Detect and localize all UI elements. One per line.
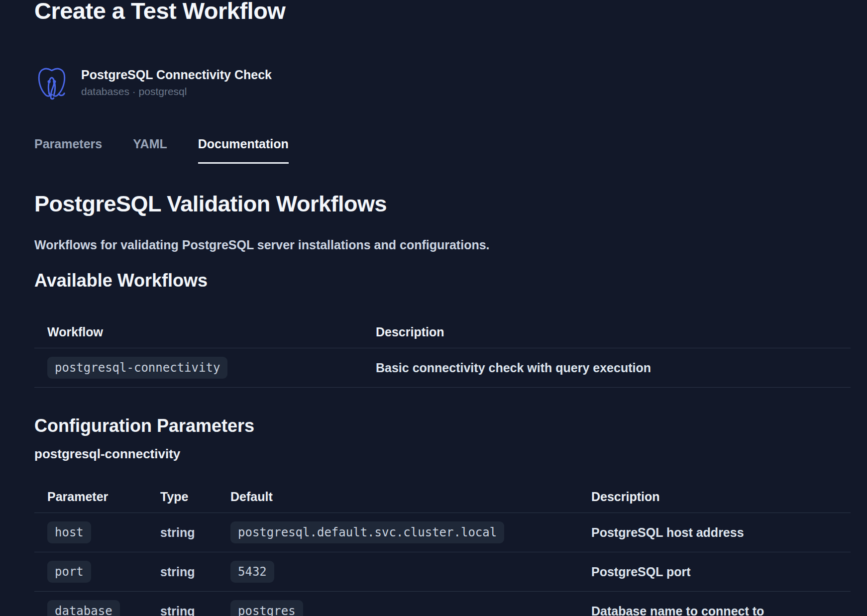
page-content: Create a Test Workflow PostgreSQL Connec… <box>0 0 867 616</box>
postgresql-logo-icon <box>34 65 69 100</box>
parameter-name-badge: port <box>47 561 91 583</box>
configuration-parameters-heading: Configuration Parameters <box>34 415 851 436</box>
column-header-default: Default <box>230 490 591 513</box>
configuration-workflow-subheading: postgresql-connectivity <box>34 446 851 462</box>
tab-yaml[interactable]: YAML <box>133 137 167 164</box>
table-row-host: host string postgresql.default.svc.clust… <box>34 513 851 552</box>
table-header-row: Workflow Description <box>34 324 851 348</box>
parameter-name-badge: host <box>47 521 91 543</box>
table-row: postgresql-connectivity Basic connectivi… <box>34 348 851 388</box>
table-header-row: Parameter Type Default Description <box>34 490 851 513</box>
table-row-database: database string postgres Database name t… <box>34 592 851 616</box>
workflow-description: Basic connectivity check with query exec… <box>376 348 851 388</box>
configuration-parameters-table: Parameter Type Default Description host … <box>34 490 851 616</box>
column-header-description: Description <box>376 324 851 348</box>
workflow-id-badge: postgresql-connectivity <box>47 357 227 379</box>
parameter-description: Database name to connect to <box>591 592 851 616</box>
available-workflows-table: Workflow Description postgresql-connecti… <box>34 324 851 388</box>
parameter-name-badge: database <box>47 600 120 616</box>
column-header-parameter: Parameter <box>34 490 160 513</box>
documentation-title: PostgreSQL Validation Workflows <box>34 191 851 217</box>
parameter-type: string <box>160 552 230 592</box>
workflow-name: PostgreSQL Connectivity Check <box>81 68 272 82</box>
table-row-port: port string 5432 PostgreSQL port <box>34 552 851 592</box>
workflow-header: PostgreSQL Connectivity Check databases … <box>34 65 851 100</box>
parameter-type: string <box>160 513 230 552</box>
parameter-default-badge: postgresql.default.svc.cluster.local <box>230 521 504 543</box>
parameter-default-badge: postgres <box>230 600 303 616</box>
column-header-workflow: Workflow <box>34 324 376 348</box>
workflow-breadcrumb: databases · postgresql <box>81 86 272 98</box>
tab-documentation[interactable]: Documentation <box>198 137 289 164</box>
parameter-description: PostgreSQL host address <box>591 513 851 552</box>
parameter-type: string <box>160 592 230 616</box>
documentation-subtitle: Workflows for validating PostgreSQL serv… <box>34 238 851 252</box>
tab-parameters[interactable]: Parameters <box>34 137 102 164</box>
parameter-description: PostgreSQL port <box>591 552 851 592</box>
column-header-type: Type <box>160 490 230 513</box>
parameter-default-badge: 5432 <box>230 561 274 583</box>
available-workflows-heading: Available Workflows <box>34 270 851 291</box>
tab-bar: Parameters YAML Documentation <box>34 137 851 164</box>
page-title: Create a Test Workflow <box>34 0 851 24</box>
column-header-description: Description <box>591 490 851 513</box>
workflow-titles: PostgreSQL Connectivity Check databases … <box>81 68 272 98</box>
